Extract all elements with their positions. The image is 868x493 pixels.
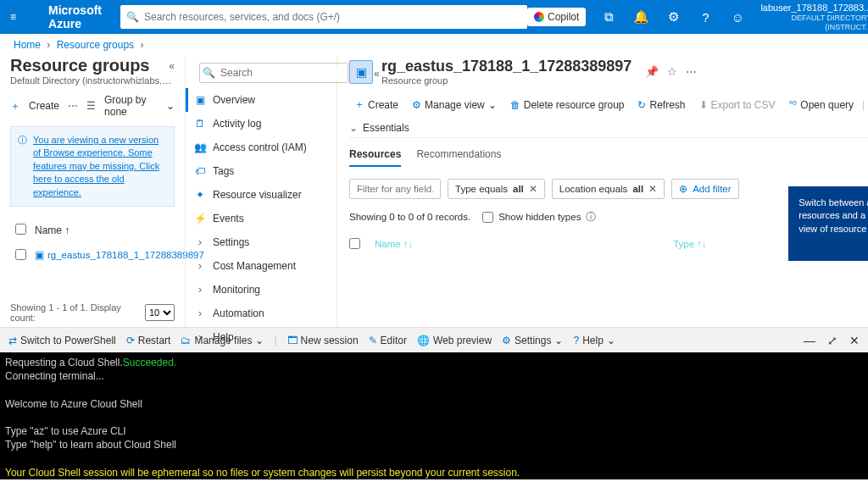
panel-subtitle: Default Directory (instructorwhizlabs.on… bbox=[10, 75, 175, 86]
nav-overview[interactable]: ▣Overview bbox=[186, 88, 337, 112]
new-icon: 🗔 bbox=[287, 335, 298, 346]
cloud-shell-toolbar: ⇄Switch to PowerShell ⟳Restart 🗂Manage f… bbox=[0, 327, 868, 352]
star-icon[interactable]: ☆ bbox=[667, 65, 677, 78]
nav-tags[interactable]: 🏷Tags bbox=[186, 159, 337, 183]
resource-group-link[interactable]: rg_eastus_178188_1_17288389897 bbox=[47, 250, 204, 260]
select-all-checkbox[interactable] bbox=[15, 224, 26, 235]
filter-location[interactable]: Location equals all✕ bbox=[552, 179, 665, 199]
detail-title: rg_eastus_178188_1_17288389897 bbox=[381, 58, 632, 75]
cloud-shell-terminal[interactable]: Requesting a Cloud Shell.Succeeded. Conn… bbox=[0, 352, 868, 479]
switch-shell-button[interactable]: ⇄Switch to PowerShell bbox=[8, 335, 116, 346]
list-icon: ☰ bbox=[86, 100, 96, 112]
close-icon[interactable]: ✕ bbox=[648, 183, 657, 195]
breadcrumb: Home › Resource groups › bbox=[0, 34, 868, 56]
minimize-icon[interactable]: ― bbox=[804, 334, 815, 347]
hamburger-icon[interactable]: ≡ bbox=[0, 11, 16, 23]
pin-icon[interactable]: 📌 bbox=[645, 65, 659, 78]
essentials-header[interactable]: ⌄ Essentials JSON View bbox=[349, 122, 868, 134]
chevron-right-icon: › bbox=[47, 39, 50, 51]
new-session-button[interactable]: 🗔New session bbox=[287, 335, 359, 346]
shell-help-button[interactable]: ?Help⌄ bbox=[573, 335, 615, 346]
cmd-open-query[interactable]: °⁰Open query bbox=[784, 97, 860, 113]
show-hidden-toggle[interactable]: Show hidden types ⓘ bbox=[482, 211, 596, 224]
filter-type[interactable]: Type equals all✕ bbox=[448, 179, 545, 199]
page-size-select[interactable]: 10 bbox=[145, 304, 175, 321]
record-count: Showing 0 to 0 of 0 records. bbox=[349, 212, 470, 222]
restart-button[interactable]: ⟳Restart bbox=[126, 335, 171, 346]
row-checkbox[interactable] bbox=[15, 249, 26, 260]
callout-text: Switch between a list view of your resou… bbox=[798, 197, 868, 234]
plus-icon: ＋ bbox=[354, 97, 364, 112]
settings-icon[interactable]: ⚙ bbox=[657, 0, 689, 34]
crumb-home[interactable]: Home bbox=[14, 39, 41, 51]
tab-resources[interactable]: Resources bbox=[349, 148, 401, 167]
chevron-down-icon: ⌄ bbox=[488, 99, 497, 111]
account-info[interactable]: labuser_178188_172883... DEFAULT DIRECTO… bbox=[754, 0, 868, 35]
nav-activity-log[interactable]: 🗒Activity log bbox=[186, 112, 337, 136]
info-icon[interactable]: ⓘ bbox=[586, 211, 596, 224]
column-name[interactable]: Name ↑ bbox=[31, 219, 208, 242]
cmd-delete[interactable]: 🗑Delete resource group bbox=[505, 97, 630, 113]
col-name[interactable]: Name ↑↓ bbox=[375, 238, 673, 249]
crumb-resource-groups[interactable]: Resource groups bbox=[57, 39, 134, 51]
essentials-label: Essentials bbox=[363, 122, 409, 134]
brand-label: Microsoft Azure bbox=[16, 3, 117, 30]
info-banner[interactable]: You are viewing a new version of Browse … bbox=[10, 126, 175, 207]
close-icon[interactable]: ✕ bbox=[529, 183, 537, 195]
cmd-manage-view[interactable]: ⚙Manage view⌄ bbox=[407, 97, 502, 113]
nav-search[interactable]: 🔍 bbox=[199, 63, 348, 83]
nav-automation[interactable]: ›Automation bbox=[186, 302, 337, 325]
filter-text[interactable] bbox=[349, 179, 441, 199]
shell-settings-button[interactable]: ⚙Settings⌄ bbox=[502, 335, 563, 346]
group-by-button[interactable]: Group by none bbox=[104, 94, 158, 118]
cmd-refresh[interactable]: ↻Refresh bbox=[632, 97, 690, 113]
cloud-shell-icon[interactable]: ⧉ bbox=[593, 0, 625, 34]
azure-top-bar: ≡ Microsoft Azure 🔍 Copilot ⧉ 🔔 ⚙ ? ☺ la… bbox=[0, 0, 868, 34]
nav-settings[interactable]: ›Settings bbox=[186, 230, 337, 254]
nav-search-input[interactable] bbox=[217, 67, 348, 79]
gear-icon: ⚙ bbox=[412, 99, 421, 111]
download-icon: ⬇ bbox=[699, 99, 708, 111]
search-icon: 🔍 bbox=[200, 67, 217, 79]
editor-button[interactable]: ✎Editor bbox=[369, 335, 407, 346]
more-icon[interactable]: ⋯ bbox=[686, 65, 697, 78]
nav-resource-visualizer[interactable]: ✦Resource visualizer bbox=[186, 183, 337, 207]
close-icon[interactable]: ✕ bbox=[849, 334, 860, 347]
tab-recommendations[interactable]: Recommendations bbox=[416, 148, 501, 167]
create-button[interactable]: Create bbox=[29, 100, 59, 112]
resource-group-icon: ▣ bbox=[35, 250, 44, 260]
help-icon[interactable]: ? bbox=[689, 0, 721, 34]
copilot-button[interactable]: Copilot bbox=[527, 8, 586, 26]
more-icon[interactable]: ⋯ bbox=[68, 100, 78, 112]
detail-header: ▣ rg_eastus_178188_1_17288389897 Resourc… bbox=[349, 56, 868, 86]
account-directory: DEFAULT DIRECTORY (INSTRUCT... bbox=[760, 14, 868, 32]
nav-access-control[interactable]: 👥Access control (IAM) bbox=[186, 136, 337, 159]
search-icon: 🔍 bbox=[120, 11, 144, 23]
main-content: Resource groups « Default Directory (ins… bbox=[0, 56, 868, 327]
select-all-checkbox[interactable] bbox=[349, 238, 360, 249]
collapse-icon[interactable]: « bbox=[169, 60, 175, 72]
add-filter-button[interactable]: ⊕Add filter bbox=[671, 179, 738, 199]
panel-toolbar: ＋ Create ⋯ ☰ Group by none ⌄ bbox=[10, 94, 175, 118]
chevron-right-icon: › bbox=[140, 39, 143, 51]
nav-events[interactable]: ⚡Events bbox=[186, 207, 337, 230]
filter-input[interactable] bbox=[357, 184, 433, 194]
manage-files-button[interactable]: 🗂Manage files⌄ bbox=[181, 335, 264, 346]
chevron-right-icon: › bbox=[194, 260, 206, 272]
filter-icon: ⊕ bbox=[679, 183, 687, 195]
global-search-input[interactable] bbox=[144, 11, 527, 23]
maximize-icon[interactable]: ⤢ bbox=[827, 334, 837, 347]
web-preview-button[interactable]: 🌐Web preview bbox=[417, 335, 492, 346]
overview-icon: ▣ bbox=[194, 94, 206, 106]
footer-text: Showing 1 - 1 of 1. Display count: bbox=[10, 302, 140, 323]
events-icon: ⚡ bbox=[194, 213, 206, 224]
cmd-create[interactable]: ＋Create bbox=[349, 96, 403, 114]
show-hidden-checkbox[interactable] bbox=[482, 212, 493, 223]
nav-cost-management[interactable]: ›Cost Management bbox=[186, 254, 337, 278]
files-icon: 🗂 bbox=[181, 335, 191, 346]
notifications-icon[interactable]: 🔔 bbox=[625, 0, 657, 34]
feedback-icon[interactable]: ☺ bbox=[721, 0, 754, 34]
nav-monitoring[interactable]: ›Monitoring bbox=[186, 278, 337, 302]
tag-icon: 🏷 bbox=[194, 165, 206, 177]
global-search[interactable]: 🔍 bbox=[120, 5, 527, 29]
